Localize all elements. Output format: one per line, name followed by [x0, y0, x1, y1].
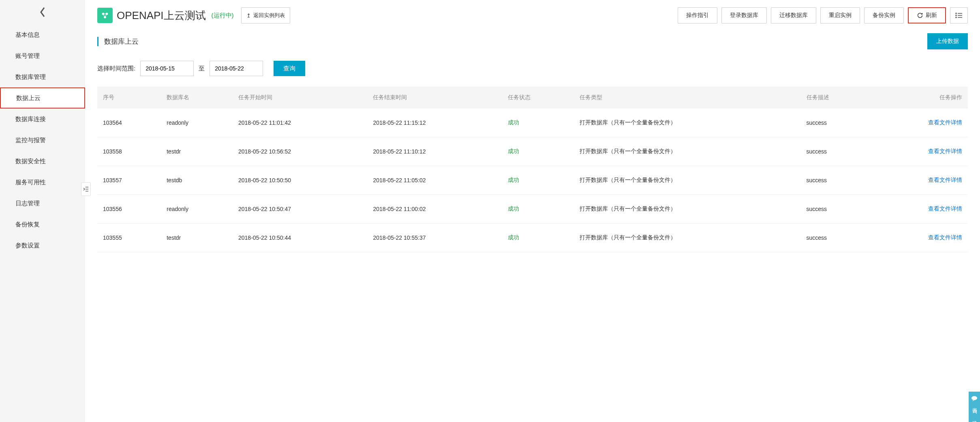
table-cell-actions: 查看文件详情 [872, 224, 968, 252]
table-cell: 成功 [502, 109, 574, 137]
table-cell: 打开数据库（只有一个全量备份文件） [574, 137, 801, 166]
table-cell: 成功 [502, 137, 574, 166]
table-cell: 103556 [97, 195, 161, 224]
sidebar-item[interactable]: 数据库管理 [0, 66, 85, 87]
sidebar-item[interactable]: 数据安全性 [0, 151, 85, 172]
query-button[interactable]: 查询 [274, 61, 305, 76]
table-cell: 2018-05-22 11:15:12 [367, 109, 502, 137]
sidebar-item[interactable]: 数据库连接 [0, 109, 85, 130]
table-cell: 2018-05-22 10:50:47 [233, 195, 367, 224]
table-cell-actions: 查看文件详情 [872, 109, 968, 137]
guide-button[interactable]: 操作指引 [678, 7, 717, 23]
table-cell: testdb [161, 166, 233, 195]
section-title: 数据库上云 [97, 37, 139, 46]
table-cell: success [801, 109, 873, 137]
date-range-label: 选择时间范围: [97, 65, 135, 72]
svg-point-6 [971, 396, 977, 400]
sidebar-item[interactable]: 基本信息 [0, 24, 85, 45]
table-cell: 103558 [97, 137, 161, 166]
table-cell: 打开数据库（只有一个全量备份文件） [574, 109, 801, 137]
sidebar-item[interactable]: 监控与报警 [0, 130, 85, 151]
back-to-list-button[interactable]: ↥ 返回实例列表 [241, 7, 290, 23]
restart-button[interactable]: 重启实例 [820, 7, 860, 23]
view-file-details-link[interactable]: 查看文件详情 [928, 119, 962, 126]
view-file-details-link[interactable]: 查看文件详情 [928, 205, 962, 212]
list-icon [955, 13, 963, 18]
column-header: 任务操作 [872, 87, 968, 109]
table-cell: 打开数据库（只有一个全量备份文件） [574, 195, 801, 224]
table-cell: 成功 [502, 224, 574, 252]
table-row: 103555testdr2018-05-22 10:50:442018-05-2… [97, 224, 968, 252]
table-cell: readonly [161, 109, 233, 137]
view-file-details-link[interactable]: 查看文件详情 [928, 177, 962, 183]
sidebar-item[interactable]: 数据上云 [0, 87, 85, 109]
table-cell: readonly [161, 195, 233, 224]
task-table: 序号数据库名任务开始时间任务结束时间任务状态任务类型任务描述任务操作 10356… [97, 87, 968, 252]
chat-icon [971, 396, 978, 401]
sidebar-item[interactable]: 参数设置 [0, 235, 85, 256]
table-cell: success [801, 195, 873, 224]
table-cell: 2018-05-22 11:05:02 [367, 166, 502, 195]
svg-point-5 [956, 17, 956, 18]
sidebar-back-button[interactable] [0, 0, 85, 24]
table-cell: testdr [161, 224, 233, 252]
table-cell: 103557 [97, 166, 161, 195]
sidebar: 基本信息账号管理数据库管理数据上云数据库连接监控与报警数据安全性服务可用性日志管… [0, 0, 85, 422]
backup-button[interactable]: 备份实例 [864, 7, 904, 23]
table-cell: 2018-05-22 10:55:37 [367, 224, 502, 252]
sidebar-collapse-toggle[interactable] [81, 182, 91, 196]
table-cell: 2018-05-22 10:50:50 [233, 166, 367, 195]
chevron-left-icon [39, 7, 46, 17]
view-file-details-link[interactable]: 查看文件详情 [928, 148, 962, 154]
table-cell: 2018-05-22 10:50:44 [233, 224, 367, 252]
consult-tab[interactable]: 咨询 · 建 [969, 392, 980, 422]
sidebar-item[interactable]: 日志管理 [0, 193, 85, 214]
table-cell: 103564 [97, 109, 161, 137]
svg-point-4 [956, 15, 956, 16]
date-to-input[interactable] [210, 61, 263, 76]
cloud-db-icon [101, 11, 109, 20]
date-from-input[interactable] [140, 61, 194, 76]
login-db-button[interactable]: 登录数据库 [721, 7, 767, 23]
page-title: OPENAPI上云测试 [117, 9, 206, 23]
upload-data-button[interactable]: 上传数据 [927, 33, 968, 49]
page-header: OPENAPI上云测试 (运行中) ↥ 返回实例列表 操作指引 登录数据库 迁移… [97, 7, 968, 23]
column-header: 序号 [97, 87, 161, 109]
table-cell: success [801, 224, 873, 252]
refresh-button[interactable]: 刷新 [908, 7, 946, 23]
table-row: 103557testdb2018-05-22 10:50:502018-05-2… [97, 166, 968, 195]
table-row: 103556readonly2018-05-22 10:50:472018-05… [97, 195, 968, 224]
list-view-button[interactable] [950, 7, 968, 23]
column-header: 任务开始时间 [233, 87, 367, 109]
table-cell: 2018-05-22 11:00:02 [367, 195, 502, 224]
column-header: 任务类型 [574, 87, 801, 109]
table-cell: success [801, 166, 873, 195]
table-cell-actions: 查看文件详情 [872, 195, 968, 224]
table-row: 103558testdr2018-05-22 10:56:522018-05-2… [97, 137, 968, 166]
column-header: 任务状态 [502, 87, 574, 109]
table-cell: success [801, 137, 873, 166]
table-cell: 103555 [97, 224, 161, 252]
date-separator: 至 [199, 65, 205, 72]
column-header: 数据库名 [161, 87, 233, 109]
sidebar-item[interactable]: 账号管理 [0, 45, 85, 66]
table-cell: 2018-05-22 10:56:52 [233, 137, 367, 166]
migrate-db-button[interactable]: 迁移数据库 [771, 7, 816, 23]
column-header: 任务描述 [801, 87, 873, 109]
instance-status: (运行中) [212, 12, 234, 19]
table-cell: 成功 [502, 166, 574, 195]
sidebar-item[interactable]: 备份恢复 [0, 214, 85, 235]
filter-bar: 选择时间范围: 至 查询 [97, 61, 968, 76]
app-icon [97, 8, 113, 23]
svg-point-3 [956, 13, 956, 14]
table-cell: 打开数据库（只有一个全量备份文件） [574, 224, 801, 252]
table-row: 103564readonly2018-05-22 11:01:422018-05… [97, 109, 968, 137]
refresh-icon [917, 12, 923, 19]
sidebar-item[interactable]: 服务可用性 [0, 172, 85, 193]
table-cell: 成功 [502, 195, 574, 224]
main-content: OPENAPI上云测试 (运行中) ↥ 返回实例列表 操作指引 登录数据库 迁移… [85, 0, 980, 422]
table-cell-actions: 查看文件详情 [872, 166, 968, 195]
view-file-details-link[interactable]: 查看文件详情 [928, 234, 962, 241]
table-cell: testdr [161, 137, 233, 166]
column-header: 任务结束时间 [367, 87, 502, 109]
